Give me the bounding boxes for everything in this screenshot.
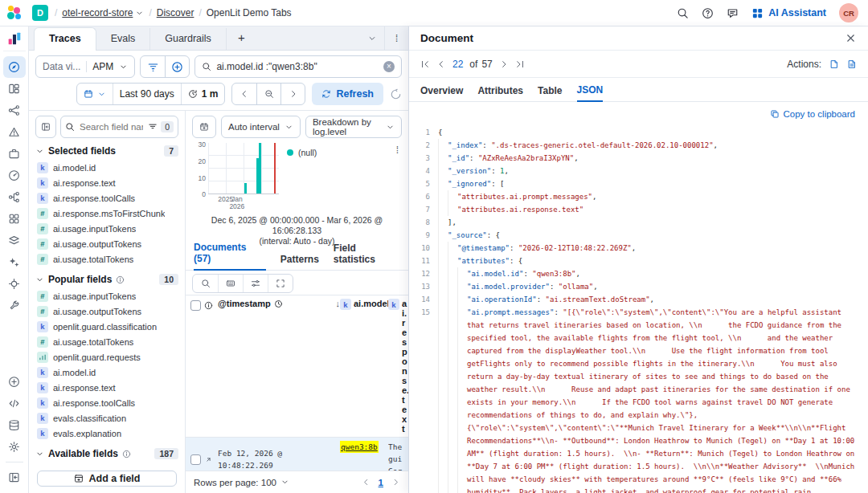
field-filter-icon[interactable]	[148, 122, 158, 132]
histogram-bar[interactable]	[244, 183, 247, 194]
avatar[interactable]: CR	[839, 3, 858, 22]
help-icon[interactable]	[702, 7, 714, 19]
rows-per-page-select[interactable]: Rows per page: 100	[194, 478, 289, 487]
flyout-tab-table[interactable]: Table	[538, 85, 562, 101]
previous-document-icon[interactable]	[436, 59, 446, 69]
next-document-icon[interactable]	[499, 59, 509, 69]
rail-item-alerts[interactable]	[3, 121, 26, 143]
query-input[interactable]: ai.model.id :"qwen3:8b" ×	[194, 55, 402, 78]
current-document-number[interactable]: 22	[452, 59, 463, 70]
refresh-button[interactable]: Refresh	[312, 83, 383, 105]
ai-assistant-button[interactable]: AI Assistant	[751, 7, 826, 19]
tab-menu-button[interactable]: ⁞	[384, 26, 408, 50]
rail-item-profiling[interactable]	[3, 273, 26, 295]
breadcrumb-app[interactable]: Discover	[157, 7, 194, 18]
rail-item-servicemap[interactable]	[3, 186, 26, 208]
session-tab-evals[interactable]: Evals	[96, 28, 151, 50]
field-item[interactable]: kai.model.id	[35, 365, 178, 380]
field-item[interactable]: #ai.usage.totalTokens	[35, 334, 178, 349]
histogram-chart[interactable]: 3020100 2025Jan 2026 (null) ⁞	[186, 140, 408, 214]
filter-button[interactable]	[141, 55, 165, 78]
breadcrumb-project[interactable]: otel-record-store	[62, 7, 144, 18]
rail-item-settings[interactable]	[3, 436, 26, 458]
rail-item-ai[interactable]	[3, 251, 26, 273]
field-item[interactable]: #ai.response.msToFirstChunk	[35, 206, 178, 221]
field-search-input[interactable]	[78, 121, 145, 132]
sort-fields-button[interactable]	[243, 275, 268, 292]
field-item[interactable]: kevals.classification	[35, 410, 178, 426]
grid-search-button[interactable]	[193, 275, 218, 292]
chart-legend[interactable]: (null)	[279, 143, 393, 214]
field-item[interactable]: kai.model.id	[35, 160, 178, 175]
page-next-icon[interactable]	[391, 478, 400, 487]
view-single-document-icon[interactable]	[829, 59, 839, 69]
field-item[interactable]: openlit.guard.requests	[35, 349, 178, 365]
json-viewer[interactable]: 1{2"_index": ".ds-traces-generic.otel-de…	[409, 123, 868, 493]
fullscreen-button[interactable]	[268, 275, 293, 292]
field-section-selected-fields[interactable]: Selected fields7	[35, 145, 178, 157]
session-tab-traces[interactable]: Traces	[34, 27, 96, 51]
page-prev-icon[interactable]	[362, 478, 371, 487]
flyout-tab-overview[interactable]: Overview	[420, 85, 463, 101]
expand-document-icon[interactable]	[204, 455, 213, 464]
rail-item-slos[interactable]	[3, 165, 26, 186]
interval-select[interactable]: Auto interval	[221, 116, 301, 138]
data-view-selector[interactable]: Data vi... APM	[35, 55, 135, 78]
tab-list-dropdown-button[interactable]	[360, 26, 384, 50]
field-item[interactable]: #ai.usage.outputTokens	[35, 236, 178, 251]
rail-item-devtools[interactable]	[3, 295, 26, 316]
rail-item-ml[interactable]	[3, 230, 26, 251]
field-item[interactable]: kopenlit.guard.classification	[35, 319, 178, 334]
documents-tab-field-statistics[interactable]: Field statistics	[334, 242, 400, 270]
display-options-button[interactable]	[218, 275, 243, 292]
field-section-popular-fields[interactable]: Popular fields10	[35, 274, 178, 285]
view-surrounding-documents-icon[interactable]	[847, 59, 857, 69]
breakdown-select[interactable]: Breakdown by log.level	[305, 116, 402, 138]
field-item[interactable]: kai.response.text	[35, 175, 178, 190]
field-item[interactable]: kai.response.text	[35, 380, 178, 395]
rail-item-dashboards[interactable]	[3, 78, 26, 100]
collapse-sidebar-button[interactable]	[35, 116, 56, 138]
time-back-button[interactable]	[232, 83, 256, 105]
close-flyout-icon[interactable]	[845, 32, 857, 44]
document-row[interactable]: Feb 12, 2026 @ 10:48:22.269qwen3:8bThe g…	[186, 438, 408, 471]
rail-item-cases[interactable]	[3, 143, 26, 165]
time-range-label[interactable]: Last 90 days	[113, 84, 181, 104]
field-item[interactable]: #ai.usage.inputTokens	[35, 221, 178, 236]
column-header-response-text[interactable]: k ai.response.text	[388, 299, 408, 434]
add-filter-button[interactable]	[165, 55, 189, 78]
flyout-tab-json[interactable]: JSON	[577, 84, 604, 102]
select-all-checkbox[interactable]	[190, 300, 201, 311]
clear-query-icon[interactable]: ×	[383, 61, 395, 72]
session-tab-guardrails[interactable]: Guardrails	[150, 28, 227, 50]
first-document-icon[interactable]	[420, 59, 430, 69]
page-number[interactable]: 1	[379, 478, 383, 487]
copy-to-clipboard-button[interactable]: Copy to clipboard	[770, 109, 856, 119]
edit-visualization-button[interactable]	[192, 116, 216, 138]
field-section-available-fields[interactable]: Available fields187	[35, 448, 178, 459]
field-item[interactable]: #ai.usage.inputTokens	[35, 288, 178, 304]
histogram-plot[interactable]	[208, 143, 279, 194]
search-icon[interactable]	[677, 7, 689, 19]
add-tab-button[interactable]: +	[227, 27, 256, 50]
rail-item-stack[interactable]	[3, 414, 26, 436]
field-item[interactable]: #ai.usage.totalTokens	[35, 251, 178, 267]
date-picker-button[interactable]	[77, 84, 113, 104]
documents-tab-documents-[interactable]: Documents (57)	[194, 242, 266, 271]
documents-tab-patterns[interactable]: Patterns	[280, 254, 319, 270]
elastic-logo-icon[interactable]	[6, 5, 23, 21]
chart-menu-button[interactable]: ⁞	[393, 143, 402, 214]
rail-item-traces[interactable]	[3, 100, 26, 121]
time-zoom-out-button[interactable]	[256, 83, 280, 105]
refresh-interval-button[interactable]: 1 m	[181, 84, 225, 104]
flyout-tab-attributes[interactable]: Attributes	[477, 85, 523, 101]
feedback-icon[interactable]	[727, 7, 739, 19]
space-badge[interactable]: D	[32, 5, 48, 21]
rail-item-discover[interactable]	[3, 56, 26, 78]
field-item[interactable]: kai.response.toolCalls	[35, 190, 178, 206]
field-item[interactable]: kai.response.toolCalls	[35, 395, 178, 410]
row-checkbox[interactable]	[190, 454, 201, 465]
rail-item-add[interactable]	[3, 371, 26, 393]
add-field-button[interactable]: Add a field	[37, 471, 177, 487]
time-forward-button[interactable]	[280, 83, 305, 105]
